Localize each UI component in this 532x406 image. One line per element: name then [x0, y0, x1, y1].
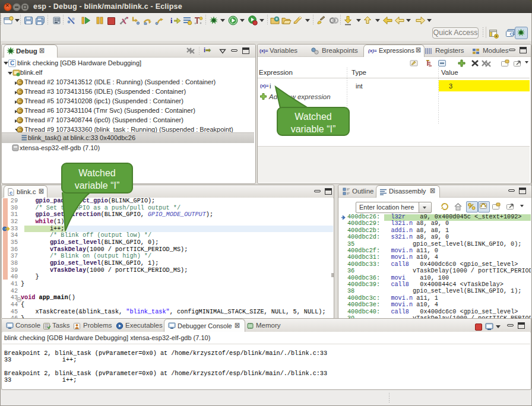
svg-text:c: c	[10, 190, 12, 196]
svg-text:C: C	[10, 60, 14, 66]
svg-text:C: C	[510, 31, 514, 37]
